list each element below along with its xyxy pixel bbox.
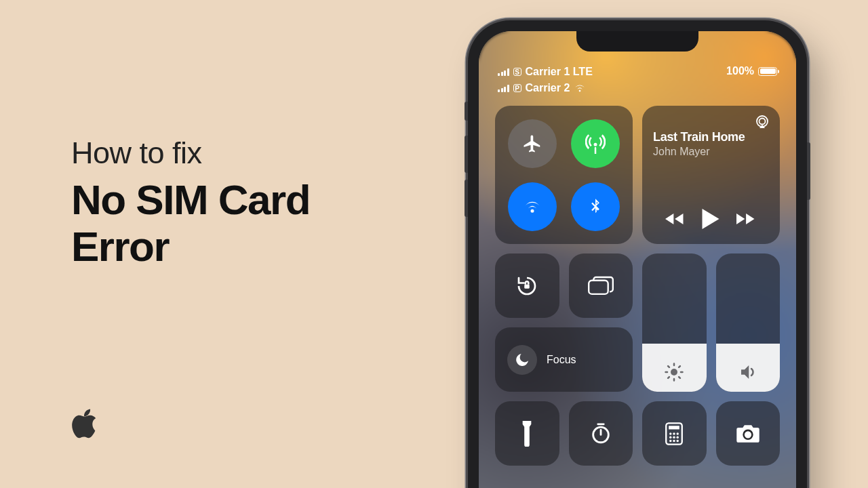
svg-point-15 (673, 439, 675, 441)
svg-rect-3 (589, 280, 608, 293)
wifi-icon (574, 84, 586, 93)
orientation-lock-toggle[interactable] (495, 253, 559, 318)
svg-point-11 (669, 436, 671, 438)
camera-button[interactable] (716, 401, 781, 466)
svg-rect-2 (525, 284, 530, 288)
airplane-mode-toggle[interactable] (508, 119, 557, 168)
sim2-badge: P (513, 84, 521, 92)
forward-button[interactable] (736, 211, 757, 226)
focus-label: Focus (547, 354, 576, 366)
svg-point-10 (677, 432, 679, 434)
airplay-icon[interactable] (754, 114, 770, 130)
svg-point-12 (673, 436, 675, 438)
notch (576, 31, 698, 52)
carrier2-label: Carrier 2 (526, 82, 570, 94)
connectivity-tile[interactable] (495, 106, 633, 244)
flashlight-button[interactable] (495, 401, 559, 466)
play-button[interactable] (702, 209, 719, 229)
apple-logo-icon (71, 408, 98, 441)
svg-point-14 (669, 439, 671, 441)
brightness-slider[interactable] (642, 253, 707, 392)
carrier1-label: Carrier 1 LTE (526, 66, 593, 78)
svg-point-8 (669, 432, 671, 434)
volume-up-button (465, 136, 468, 173)
svg-rect-7 (669, 426, 679, 429)
cellular-toggle[interactable] (571, 119, 620, 168)
volume-icon (738, 362, 758, 382)
brightness-icon (664, 362, 684, 382)
timer-button[interactable] (569, 401, 633, 466)
svg-point-4 (671, 369, 677, 375)
signal-bars-icon (498, 85, 509, 92)
moon-icon (507, 345, 537, 375)
mute-switch (465, 102, 468, 121)
battery-pct: 100% (726, 65, 754, 77)
control-center: Last Train Home John Mayer (495, 106, 780, 466)
now-playing-tile[interactable]: Last Train Home John Mayer (642, 106, 780, 244)
battery-icon (758, 67, 777, 76)
promo-text: How to fix No SIM Card Error (71, 136, 424, 270)
track-title: Last Train Home (653, 130, 769, 144)
status-bar: S Carrier 1 LTE P Carrier 2 100% (498, 65, 777, 95)
headline-text: No SIM Card Error (71, 176, 424, 270)
iphone-frame: S Carrier 1 LTE P Carrier 2 100% (468, 20, 807, 488)
power-button (807, 142, 810, 200)
signal-bars-icon (498, 68, 509, 76)
calculator-button[interactable] (642, 401, 707, 466)
svg-point-1 (760, 119, 766, 125)
screen-mirroring-button[interactable] (569, 253, 633, 318)
bluetooth-toggle[interactable] (571, 182, 620, 231)
rewind-button[interactable] (665, 211, 686, 226)
wifi-toggle[interactable] (508, 182, 557, 231)
phone-screen: S Carrier 1 LTE P Carrier 2 100% (479, 31, 796, 488)
svg-point-9 (673, 432, 675, 434)
svg-point-16 (677, 439, 679, 441)
track-artist: John Mayer (653, 146, 769, 158)
svg-point-13 (677, 436, 679, 438)
sim1-badge: S (513, 68, 521, 76)
volume-slider[interactable] (716, 253, 781, 392)
volume-down-button (465, 180, 468, 217)
eyebrow-text: How to fix (71, 136, 424, 171)
focus-tile[interactable]: Focus (495, 327, 633, 392)
